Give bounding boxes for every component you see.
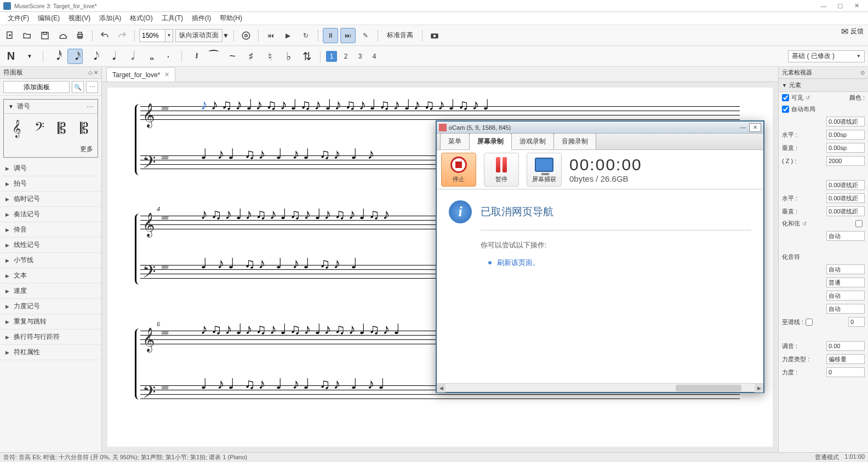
print-icon[interactable] bbox=[72, 28, 88, 43]
palette-item[interactable]: ▶换行符与行距符 bbox=[0, 330, 101, 345]
inspector-section-element[interactable]: ▼元素 bbox=[779, 79, 868, 92]
feedback-link[interactable]: ✉反馈 bbox=[841, 26, 864, 37]
normal-field[interactable]: 普通 bbox=[826, 278, 865, 287]
note-16th-icon[interactable]: 𝅘𝅥𝅯 bbox=[67, 49, 83, 64]
grace-auto-field[interactable]: 自动 bbox=[826, 264, 865, 274]
palette-item[interactable]: ▶速度 bbox=[0, 284, 101, 299]
menu-add[interactable]: 添加(A) bbox=[95, 14, 125, 23]
voice-1-button[interactable]: 1 bbox=[326, 51, 337, 62]
palette-item[interactable]: ▶拍号 bbox=[0, 176, 101, 192]
cloud-icon[interactable] bbox=[55, 28, 70, 43]
ocam-minimize-button[interactable]: — bbox=[737, 123, 749, 132]
reset-icon[interactable]: ↺ bbox=[802, 221, 807, 227]
palette-item[interactable]: ▶符杠属性 bbox=[0, 345, 101, 360]
auto-field[interactable]: 自动 bbox=[826, 231, 865, 241]
treble-clef-icon[interactable]: 𝄞 bbox=[6, 117, 27, 140]
menu-edit[interactable]: 编辑(E) bbox=[33, 14, 64, 23]
close-button[interactable]: ✕ bbox=[848, 1, 865, 11]
rest-icon[interactable]: 𝄽 bbox=[187, 49, 203, 64]
ocam-stop-button[interactable]: 停止 bbox=[441, 153, 476, 187]
menu-format[interactable]: 格式(O) bbox=[125, 14, 157, 23]
add-palette-button[interactable]: 添加面板 bbox=[3, 81, 70, 93]
loop-icon[interactable]: ↻ bbox=[298, 28, 313, 43]
ocam-close-button[interactable]: ✕ bbox=[749, 123, 761, 132]
palette-item[interactable]: ▶倚音 bbox=[0, 222, 101, 238]
palette-item[interactable]: ▶线性记号 bbox=[0, 238, 101, 253]
horiz2-field[interactable]: 0.00谱线距 bbox=[826, 193, 865, 203]
loop-out-icon[interactable]: ⏭ bbox=[340, 28, 356, 43]
menu-view[interactable]: 视图(V) bbox=[64, 14, 95, 23]
note-32nd-icon[interactable]: 𝅘𝅥𝅰 bbox=[49, 49, 64, 64]
toline-checkbox[interactable] bbox=[806, 319, 813, 326]
tenor-clef-icon[interactable]: 𝄡 bbox=[74, 117, 95, 140]
tune-field[interactable]: 0.00 bbox=[826, 341, 865, 351]
clef-more-link[interactable]: 更多 bbox=[4, 143, 98, 157]
play-icon[interactable]: ▶ bbox=[281, 28, 296, 43]
palette-item[interactable]: ▶小节线 bbox=[0, 253, 101, 268]
dot-icon[interactable]: · bbox=[161, 49, 176, 64]
toline-field[interactable]: 0 bbox=[848, 317, 865, 327]
note-quarter-icon[interactable]: 𝅘𝅥 bbox=[105, 49, 120, 64]
save-icon[interactable] bbox=[37, 28, 53, 43]
palette-item[interactable]: ▶临时记号 bbox=[0, 192, 101, 207]
flat-icon[interactable]: ♭ bbox=[281, 49, 296, 64]
note-input-mode-icon[interactable]: N bbox=[3, 49, 19, 64]
ocam-capture-button[interactable]: 屏幕捕获 bbox=[527, 153, 562, 187]
flip-icon[interactable]: ⇅ bbox=[299, 49, 315, 64]
auto2-field[interactable]: 自动 bbox=[826, 291, 865, 301]
bass-clef-icon[interactable]: 𝄢 bbox=[28, 117, 50, 140]
workspace-combo[interactable]: 基础 ( 已修改 )▼ bbox=[788, 50, 865, 62]
concert-pitch-label[interactable]: 标准音高 bbox=[382, 31, 418, 40]
close-tab-icon[interactable]: ✕ bbox=[164, 71, 169, 78]
voice-2-button[interactable]: 2 bbox=[340, 51, 351, 62]
reset-icon[interactable]: ↺ bbox=[806, 95, 810, 101]
palette-item[interactable]: ▶重复与跳转 bbox=[0, 314, 101, 330]
z-field[interactable]: 2000 bbox=[826, 156, 865, 166]
camera-icon[interactable] bbox=[427, 28, 442, 43]
alto-clef-icon[interactable]: 𝄡 bbox=[52, 117, 73, 140]
ocam-refresh-link[interactable]: 刷新该页面。 bbox=[488, 258, 751, 268]
pan-icon[interactable]: ✎ bbox=[358, 28, 373, 43]
zoom-dropdown[interactable]: ▼ bbox=[165, 29, 173, 42]
autolayout-checkbox[interactable] bbox=[782, 106, 789, 113]
menu-help[interactable]: 帮助(H) bbox=[215, 14, 247, 23]
scroll-right-icon[interactable]: ▶ bbox=[755, 384, 763, 392]
offset-dist-field[interactable]: 0.00谱线距 bbox=[826, 117, 865, 126]
chevron-down-icon[interactable]: ▼ bbox=[22, 49, 37, 64]
tie-icon[interactable]: ⁀ bbox=[206, 49, 221, 64]
scroll-mode-select[interactable]: 纵向滚动页面 bbox=[175, 29, 222, 42]
search-palette-button[interactable]: 🔍 bbox=[72, 81, 84, 93]
score-tab[interactable]: Target_for_love*✕ bbox=[106, 67, 175, 82]
dyntype-field[interactable]: 偏移量 bbox=[826, 354, 865, 364]
dist2-field[interactable]: 0.00谱线距 bbox=[826, 180, 865, 190]
pin-icon[interactable]: ⊙ bbox=[860, 70, 865, 76]
menu-tools[interactable]: 工具(T) bbox=[157, 14, 187, 23]
scroll-left-icon[interactable]: ◀ bbox=[437, 384, 446, 392]
note-half-icon[interactable]: 𝅗𝅥 bbox=[123, 49, 139, 64]
rewind-icon[interactable]: ⏮ bbox=[263, 28, 278, 43]
palette-more-button[interactable]: ⋯ bbox=[86, 81, 98, 93]
ocam-tab-audio[interactable]: 音频录制 bbox=[553, 133, 596, 149]
sharp-icon[interactable]: ♯ bbox=[243, 49, 259, 64]
visible-checkbox[interactable] bbox=[782, 94, 789, 101]
voice-3-button[interactable]: 3 bbox=[355, 51, 366, 62]
menu-file[interactable]: 文件(F) bbox=[3, 14, 33, 23]
palette-item[interactable]: ▶调号 bbox=[0, 161, 101, 176]
ocam-tab-game[interactable]: 游戏录制 bbox=[511, 133, 554, 149]
horiz-field[interactable]: 0.00sp bbox=[826, 130, 865, 140]
natural-icon[interactable]: ♮ bbox=[262, 49, 277, 64]
auto3-field[interactable]: 自动 bbox=[826, 304, 865, 314]
undo-icon[interactable] bbox=[97, 28, 112, 43]
note-whole-icon[interactable]: 𝅝 bbox=[142, 49, 157, 64]
zoom-input[interactable] bbox=[139, 29, 165, 42]
metronome-icon[interactable] bbox=[238, 28, 254, 43]
palette-item[interactable]: ▶文本 bbox=[0, 268, 101, 284]
ocam-pause-button[interactable]: 暂停 bbox=[484, 153, 519, 187]
palette-item[interactable]: ▶奏法记号 bbox=[0, 207, 101, 222]
vert2-field[interactable]: 0.00谱线距 bbox=[826, 206, 865, 216]
ocam-tab-menu[interactable]: 菜单 bbox=[440, 133, 470, 149]
undock-icon[interactable]: ◇ bbox=[88, 70, 93, 76]
minimize-button[interactable]: — bbox=[815, 1, 832, 11]
palette-item[interactable]: ▶力度记号 bbox=[0, 299, 101, 314]
section-more-icon[interactable]: ⋯ bbox=[87, 103, 93, 111]
